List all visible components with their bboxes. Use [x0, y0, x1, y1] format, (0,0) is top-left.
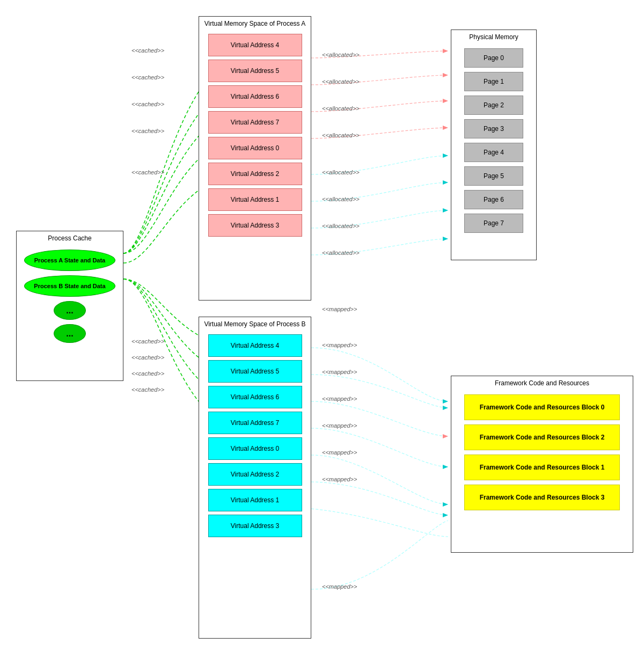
svg-marker-19	[443, 434, 448, 438]
allocated-label-3: <<allocated>>	[322, 250, 360, 256]
vaddr-b-3: Virtual Address 3	[208, 515, 302, 537]
vaddr-a-2: Virtual Address 2	[208, 163, 302, 185]
svg-marker-14	[443, 180, 448, 185]
svg-marker-16	[443, 237, 448, 241]
svg-marker-9	[443, 49, 448, 53]
framework-block-0: Framework Code and Resources Block 0	[464, 394, 620, 420]
vaddr-b-2: Virtual Address 2	[208, 463, 302, 486]
vaddr-b-4: Virtual Address 4	[208, 334, 302, 357]
page-5: Page 5	[464, 166, 523, 186]
framework-block-2: Framework Code and Resources Block 2	[464, 424, 620, 450]
vaddr-b-6: Virtual Address 6	[208, 386, 302, 408]
cached-label-a4: <<cached>>	[131, 47, 164, 54]
cached-label-a6: <<cached>>	[131, 101, 164, 107]
framework-block-3: Framework Code and Resources Block 3	[464, 485, 620, 510]
ellipse-dots-2: ...	[54, 324, 86, 343]
page-4: Page 4	[464, 143, 523, 162]
allocated-label-0: <<allocated>>	[322, 169, 360, 175]
page-2: Page 2	[464, 96, 523, 115]
framework-box: Framework Code and Resources Framework C…	[451, 376, 633, 553]
vmem-a-title: Virtual Memory Space of Process A	[199, 17, 311, 31]
allocated-label-7: <<allocated>>	[322, 132, 360, 138]
vaddr-a-1: Virtual Address 1	[208, 188, 302, 211]
framework-block-1: Framework Code and Resources Block 1	[464, 455, 620, 480]
allocated-label-1: <<allocated>>	[322, 223, 360, 229]
ellipse-dots-1: ...	[54, 301, 86, 320]
cached-label-b5: <<cached>>	[131, 354, 164, 361]
mapped-label-b0: <<mapped>>	[322, 449, 357, 456]
vaddr-a-7: Virtual Address 7	[208, 111, 302, 134]
page-7: Page 7	[464, 214, 523, 233]
vaddr-a-0: Virtual Address 0	[208, 137, 302, 159]
vmem-b-box: Virtual Memory Space of Process B Virtua…	[199, 317, 311, 639]
allocated-label-6: <<allocated>>	[322, 105, 360, 112]
svg-marker-17	[443, 399, 448, 404]
cached-label-a7: <<cached>>	[131, 128, 164, 134]
cached-label-b4: <<cached>>	[131, 338, 164, 345]
mapped-label-b5: <<mapped>>	[322, 369, 357, 375]
framework-title: Framework Code and Resources	[451, 376, 633, 390]
vaddr-a-5: Virtual Address 5	[208, 60, 302, 82]
svg-marker-18	[443, 406, 448, 410]
physical-memory-box: Physical Memory Page 0 Page 1 Page 2 Pag…	[451, 30, 537, 260]
process-cache-title: Process Cache	[17, 231, 123, 245]
svg-marker-15	[443, 208, 448, 213]
mapped-label-b4: <<mapped>>	[322, 342, 357, 348]
svg-marker-12	[443, 126, 448, 130]
cached-label-b7: <<cached>>	[131, 386, 164, 393]
vaddr-a-4: Virtual Address 4	[208, 34, 302, 56]
svg-marker-13	[443, 153, 448, 158]
page-1: Page 1	[464, 72, 523, 91]
vmem-b-title: Virtual Memory Space of Process B	[199, 317, 311, 331]
vaddr-b-5: Virtual Address 5	[208, 360, 302, 383]
svg-marker-21	[443, 502, 448, 507]
mapped-label-top: <<mapped>>	[322, 306, 357, 312]
cached-label-a0: <<cached>>	[131, 169, 164, 175]
page-6: Page 6	[464, 190, 523, 209]
page-0: Page 0	[464, 48, 523, 68]
cached-label-a5: <<cached>>	[131, 74, 164, 80]
process-a-ellipse: Process A State and Data	[24, 250, 115, 271]
page-3: Page 3	[464, 119, 523, 138]
mapped-label-b3: <<mapped>>	[322, 583, 357, 590]
allocated-label-5: <<allocated>>	[322, 78, 360, 85]
mapped-label-b7: <<mapped>>	[322, 422, 357, 429]
svg-marker-22	[443, 513, 448, 517]
vaddr-b-1: Virtual Address 1	[208, 489, 302, 511]
physical-memory-title: Physical Memory	[451, 30, 536, 44]
allocated-label-4: <<allocated>>	[322, 52, 360, 58]
allocated-label-2: <<allocated>>	[322, 196, 360, 202]
process-b-ellipse: Process B State and Data	[24, 275, 115, 297]
svg-marker-10	[443, 73, 448, 77]
vmem-a-box: Virtual Memory Space of Process A Virtua…	[199, 16, 311, 301]
vaddr-b-0: Virtual Address 0	[208, 437, 302, 460]
vaddr-a-3: Virtual Address 3	[208, 214, 302, 237]
mapped-label-b2: <<mapped>>	[322, 476, 357, 482]
mapped-label-b6: <<mapped>>	[322, 395, 357, 402]
vaddr-b-7: Virtual Address 7	[208, 412, 302, 434]
vaddr-a-6: Virtual Address 6	[208, 85, 302, 108]
diagram-container: Process Cache Process A State and Data P…	[0, 0, 644, 652]
cached-label-b6: <<cached>>	[131, 370, 164, 377]
svg-marker-11	[443, 99, 448, 103]
svg-marker-20	[443, 465, 448, 469]
process-cache-box: Process Cache Process A State and Data P…	[16, 231, 123, 381]
